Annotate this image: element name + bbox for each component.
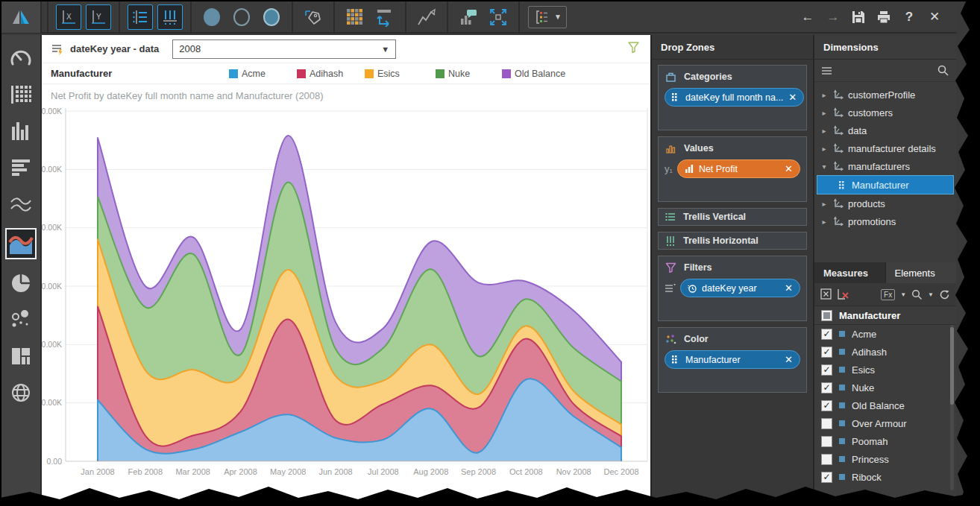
- color-drop-zone[interactable]: Color Manufacturer ✕: [658, 327, 807, 393]
- axis-scale-button[interactable]: [372, 4, 398, 30]
- sidebar-item-treemap[interactable]: [6, 344, 36, 369]
- sidebar-item-map[interactable]: [6, 380, 36, 405]
- member-checkbox[interactable]: ✓: [821, 364, 832, 376]
- tree-expand-arrow[interactable]: ▸: [820, 109, 828, 117]
- sidebar-item-bar-chart[interactable]: [6, 155, 36, 180]
- legend-item[interactable]: Adihash: [297, 69, 343, 79]
- select-all-checkbox[interactable]: [821, 310, 832, 321]
- year-filter-dropdown[interactable]: 2008 ▼: [172, 39, 396, 59]
- list-view-icon[interactable]: [822, 66, 832, 75]
- tab-elements[interactable]: Elements: [886, 262, 957, 283]
- member-checkbox[interactable]: ✓: [821, 329, 832, 340]
- tree-item-label: data: [848, 125, 867, 136]
- legend-item[interactable]: Nuke: [436, 69, 470, 79]
- member-row[interactable]: ✓ Old Balance: [814, 396, 956, 414]
- categories-drop-zone[interactable]: Categories dateKey full month na... ✕: [658, 65, 807, 130]
- member-checkbox[interactable]: [821, 436, 832, 447]
- trendline-button[interactable]: [414, 4, 439, 30]
- y-axis-button[interactable]: Y: [86, 4, 111, 30]
- member-row[interactable]: Over Armour: [814, 414, 956, 432]
- sidebar-item-gauge[interactable]: [6, 45, 36, 71]
- trellis-horizontal-drop-zone[interactable]: Trellis Horizontal: [658, 232, 807, 250]
- member-row[interactable]: Poomah: [814, 432, 956, 450]
- search-icon[interactable]: [937, 65, 949, 76]
- tree-item[interactable]: ▸ customerProfile: [814, 86, 956, 104]
- tree-expand-arrow[interactable]: ▸: [820, 127, 828, 135]
- legend-toggle-button[interactable]: [128, 4, 153, 30]
- category-pill-datekey-month[interactable]: dateKey full month na... ✕: [665, 88, 804, 107]
- tree-expand-arrow[interactable]: ▾: [820, 162, 828, 171]
- member-row[interactable]: Princess: [814, 450, 956, 468]
- sidebar-item-pie-chart[interactable]: [6, 271, 36, 296]
- sidebar-item-column-chart[interactable]: [6, 118, 36, 144]
- legend-options-dropdown[interactable]: ▼: [528, 6, 567, 28]
- forward-button[interactable]: →: [822, 6, 844, 28]
- filled-marker-button[interactable]: [199, 4, 224, 30]
- tree-item-label: customers: [848, 107, 893, 118]
- tree-item[interactable]: ▾ manufacturers: [814, 157, 956, 175]
- outline-marker-button[interactable]: [229, 4, 254, 30]
- members-scrollbar-thumb[interactable]: [950, 327, 954, 405]
- maximize-button[interactable]: [486, 4, 511, 30]
- value-pill-net-profit[interactable]: Net Profit ✕: [677, 159, 800, 178]
- legend-item[interactable]: Esics: [365, 69, 400, 79]
- filter-pill-datekey-year[interactable]: dateKey year ✕: [680, 279, 800, 297]
- trellis-vertical-drop-zone[interactable]: Trellis Vertical: [658, 208, 807, 226]
- help-button[interactable]: ?: [898, 6, 920, 28]
- legend-item[interactable]: Acme: [229, 69, 266, 79]
- sidebar-item-scatter-chart[interactable]: [6, 307, 36, 332]
- member-checkbox[interactable]: ✓: [821, 382, 832, 393]
- tree-item[interactable]: ▸ promotions: [814, 212, 956, 230]
- save-button[interactable]: [847, 6, 870, 28]
- tree-item[interactable]: ▸ manufacturer details: [814, 139, 956, 157]
- member-checkbox[interactable]: [821, 418, 832, 429]
- remove-filter-button[interactable]: ✕: [785, 282, 793, 294]
- sidebar-item-pivot-grid[interactable]: [6, 82, 36, 107]
- clear-selection-button[interactable]: [820, 288, 832, 300]
- sidebar-item-area-chart[interactable]: [5, 228, 37, 259]
- member-row[interactable]: ✓ Adihash: [814, 343, 956, 361]
- member-row[interactable]: ✓ Esics: [814, 361, 956, 379]
- remove-category-button[interactable]: ✕: [788, 92, 797, 103]
- tree-item[interactable]: ▸ products: [814, 195, 956, 212]
- tree-expand-arrow[interactable]: ▸: [820, 145, 828, 153]
- sidebar-item-line-chart[interactable]: [6, 192, 36, 217]
- member-row[interactable]: ✓ Ribock: [814, 468, 956, 486]
- tree-expand-arrow[interactable]: ▸: [820, 218, 828, 226]
- tree-item[interactable]: Manufacturer: [817, 175, 954, 195]
- remove-value-button[interactable]: ✕: [785, 163, 793, 174]
- annotation-bars-button[interactable]: [456, 4, 481, 30]
- member-checkbox[interactable]: ✓: [821, 347, 832, 358]
- search-elements-button[interactable]: [911, 289, 923, 300]
- labels-tag-button[interactable]: [301, 4, 326, 30]
- remove-color-button[interactable]: ✕: [785, 354, 793, 365]
- tree-expand-arrow[interactable]: ▸: [820, 91, 828, 99]
- back-button[interactable]: ←: [797, 6, 819, 28]
- tree-expand-arrow[interactable]: ▸: [820, 200, 828, 208]
- legend-item[interactable]: Old Balance: [502, 69, 565, 79]
- values-drop-zone[interactable]: Values y₁ Net Profit ✕: [658, 136, 807, 202]
- print-button[interactable]: [873, 6, 895, 28]
- tab-measures[interactable]: Measures: [814, 262, 886, 283]
- chevron-down-icon[interactable]: ▼: [928, 291, 934, 298]
- clear-filter-button[interactable]: [838, 288, 850, 300]
- conditional-grid-button[interactable]: [342, 4, 368, 30]
- member-checkbox[interactable]: [821, 454, 832, 465]
- chevron-down-icon[interactable]: ▼: [900, 291, 906, 298]
- x-axis-button[interactable]: X: [56, 4, 81, 30]
- refresh-button[interactable]: [939, 289, 950, 300]
- formula-button[interactable]: Fx: [881, 289, 895, 300]
- member-checkbox[interactable]: ✓: [821, 472, 832, 483]
- member-row[interactable]: ✓ Acme: [814, 325, 956, 343]
- ring-marker-button[interactable]: [259, 4, 284, 30]
- filters-drop-zone[interactable]: Filters dateKey year: [658, 256, 807, 321]
- color-pill-manufacturer[interactable]: Manufacturer ✕: [665, 350, 800, 369]
- member-label: Princess: [852, 454, 889, 465]
- member-row[interactable]: ✓ Nuke: [814, 379, 956, 396]
- member-checkbox[interactable]: ✓: [821, 400, 832, 411]
- tree-item[interactable]: ▸ customers: [814, 104, 956, 121]
- tree-item[interactable]: ▸ data: [814, 121, 956, 139]
- gridlines-toggle-button[interactable]: [157, 4, 183, 30]
- close-button[interactable]: ✕: [923, 6, 946, 28]
- filter-funnel-button[interactable]: [627, 41, 640, 57]
